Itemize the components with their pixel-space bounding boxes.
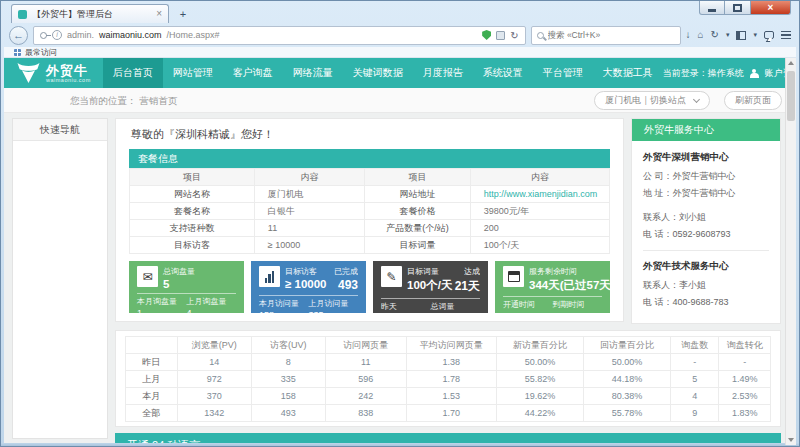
most-visited-icon	[14, 49, 21, 56]
service-branch-heading: 外贸牛深圳营销中心	[643, 151, 769, 164]
maximize-button[interactable]	[725, 1, 751, 15]
traffic-stats-table: 浏览量(PV) 访客(UV) 访问网页量 平均访问网页量 新访量百分比 回访量百…	[125, 336, 771, 422]
logo: 外贸牛 waimaoniu.com	[4, 58, 91, 88]
edit-icon: ✎	[381, 266, 402, 287]
extension-icon[interactable]	[496, 31, 505, 40]
url-domain: waimaoniu.com	[99, 30, 162, 40]
tech-service-heading: 外贸牛技术服务中心	[643, 260, 769, 273]
website-link[interactable]: http://www.xiamenjidian.com	[484, 189, 598, 199]
table-row: 全部 1342 493 838 1.70 44.22% 55.78% 9 1.8…	[126, 405, 771, 422]
table-row: 本月 370 158 242 1.53 19.62% 80.38% 4 2.53…	[126, 388, 771, 405]
card-target-visitors: 目标访客 ≥ 10000 已完成 493	[251, 261, 366, 313]
user-icon	[750, 69, 759, 78]
adblock-shield-icon[interactable]	[482, 30, 491, 40]
nav-item-system-settings[interactable]: 系统设置	[473, 58, 533, 88]
nav-item-home[interactable]: 后台首页	[103, 58, 163, 88]
service-phone: 电 话：0592-9608793	[643, 228, 769, 241]
hamburger-menu-icon[interactable]	[781, 31, 791, 40]
package-header-row: 项目 内容 项目 内容	[130, 169, 610, 186]
table-row: 昨日 14 8 11 1.38 50.00% 50.00% - -	[126, 354, 771, 371]
bar-chart-icon	[259, 266, 280, 287]
home-icon[interactable]: ⌂	[698, 30, 704, 40]
envelope-icon: ✉	[137, 266, 158, 287]
page-content: 快速导航 尊敬的『深圳科精诚』您好！ 套餐信息 项目 内容	[4, 113, 796, 445]
stat-cards: ✉ 总询盘量 5 本月询盘量1 上月询盘量4	[129, 261, 610, 313]
traffic-stats-panel: 浏览量(PV) 访客(UV) 访问网页量 平均访问网页量 新访量百分比 回访量百…	[115, 330, 781, 427]
tech-phone: 电 话：400-9688-783	[643, 296, 769, 309]
table-row: 套餐名称 白银牛 套餐价格 39800元/年	[130, 203, 610, 220]
scroll-down-icon[interactable]	[786, 434, 796, 445]
chat-bubble-icon[interactable]	[764, 31, 774, 39]
tech-contact: 联系人：李小姐	[643, 279, 769, 292]
nav-item-bigdata-tools[interactable]: 大数据工具	[593, 58, 663, 88]
minimize-button[interactable]	[699, 1, 725, 15]
card-service-time: 服务剩余时间 344天(已过57天) 开通时间2016-08-31 到期时间20…	[495, 261, 610, 313]
divider	[643, 250, 769, 251]
table-row: 网站名称 厦门机电 网站地址 http://www.xiamenjidian.c…	[130, 186, 610, 203]
browser-viewport: 最常访问 外贸牛 waimaoniu.com 后台首页 网站管理	[4, 47, 796, 445]
chevron-down-icon[interactable]: ▾	[726, 31, 730, 39]
refresh-page-button[interactable]: 刷新页面	[724, 91, 782, 110]
app-header: 外贸牛 waimaoniu.com 后台首页 网站管理 客户询盘 网络流量 关键…	[4, 58, 796, 88]
titlebar: 【外贸牛】管理后台 × + ×	[1, 1, 799, 23]
table-row: 目标访客 ≥ 10000 目标词量 100个/天	[130, 237, 610, 254]
toolbar-icons: ↓ ⌂ ↻ ▾ ▾	[686, 30, 791, 40]
table-row: 支持语种数 11 产品数量(个/站) 200	[130, 220, 610, 237]
url-bar[interactable]: i admin. waimaoniu.com /Home.aspx# ↻	[33, 26, 526, 45]
bookmarks-panel-icon[interactable]	[736, 31, 746, 40]
url-path: /Home.aspx#	[167, 30, 220, 40]
browser-tab[interactable]: 【外贸牛】管理后台 ×	[11, 4, 169, 23]
sync-icon[interactable]: ↻	[711, 30, 719, 40]
tab-title: 【外贸牛】管理后台	[32, 8, 151, 21]
back-button[interactable]: ←	[9, 26, 28, 45]
nav-item-customer-inquiries[interactable]: 客户询盘	[223, 58, 283, 88]
minimize-icon	[708, 9, 716, 12]
account-area: 当前登录：操作系统 账户资料 退出登录	[663, 58, 796, 88]
logo-subtitle: waimaoniu.com	[46, 77, 91, 83]
close-button[interactable]: ×	[751, 1, 791, 15]
maximize-icon	[733, 4, 742, 12]
nav-item-platform-management[interactable]: 平台管理	[533, 58, 593, 88]
key-icon	[40, 32, 47, 39]
new-tab-button[interactable]: +	[173, 6, 193, 22]
quick-nav-title: 快速导航	[13, 119, 107, 141]
main-nav: 后台首页 网站管理 客户询盘 网络流量 关键词数据 月度报告 系统设置 平台管理…	[103, 58, 663, 88]
main-panel: 尊敬的『深圳科精诚』您好！ 套餐信息 项目 内容 项目 内容	[115, 118, 624, 322]
welcome-message: 尊敬的『深圳科精诚』您好！	[131, 127, 610, 142]
page-scrollbar[interactable]	[785, 58, 796, 445]
reload-icon[interactable]: ↻	[510, 30, 518, 41]
nav-item-site-management[interactable]: 网站管理	[163, 58, 223, 88]
browser-toolbar: ← i admin. waimaoniu.com /Home.aspx# ↻ ↓…	[1, 23, 799, 47]
breadcrumb: 您当前的位置： 营销首页	[70, 95, 177, 106]
card-total-inquiries: ✉ 总询盘量 5 本月询盘量1 上月询盘量4	[129, 261, 244, 313]
card-target-keywords: ✎ 目标词量 100个/天 达成 21天	[373, 261, 488, 313]
tab-close-icon[interactable]: ×	[156, 9, 162, 19]
nav-item-keyword-data[interactable]: 关键词数据	[343, 58, 413, 88]
nav-item-monthly-report[interactable]: 月度报告	[413, 58, 473, 88]
chevron-down-icon[interactable]: ▾	[753, 31, 757, 39]
window-frame-bottom	[1, 443, 799, 446]
stats-header-row: 浏览量(PV) 访客(UV) 访问网页量 平均访问网页量 新访量百分比 回访量百…	[126, 337, 771, 354]
search-icon	[537, 32, 544, 39]
scrollbar-thumb[interactable]	[787, 71, 795, 121]
search-input[interactable]	[548, 30, 675, 40]
package-info-title: 套餐信息	[129, 149, 610, 168]
most-visited-label[interactable]: 最常访问	[25, 47, 57, 58]
chevron-down-icon	[693, 95, 700, 102]
service-center-panel: 外贸牛服务中心 外贸牛深圳营销中心 公 司：外贸牛营销中心 地 址：外贸牛营销中…	[631, 118, 781, 324]
service-center-title: 外贸牛服务中心	[632, 119, 780, 141]
scroll-up-icon[interactable]	[786, 58, 796, 69]
calendar-icon	[503, 266, 524, 287]
nav-item-web-traffic[interactable]: 网络流量	[283, 58, 343, 88]
service-company: 公 司：外贸牛营销中心	[643, 170, 769, 183]
table-row: 上月 972 335 596 1.78 55.82% 44.18% 5 1.49…	[126, 371, 771, 388]
breadcrumb-row: 您当前的位置： 营销首页 厦门机电｜切换站点 刷新页面	[4, 88, 796, 113]
search-bar[interactable]	[531, 26, 681, 45]
site-switch-button[interactable]: 厦门机电｜切换站点	[594, 91, 710, 110]
quick-nav-sidebar: 快速导航	[12, 118, 108, 439]
window-controls: ×	[699, 1, 791, 15]
info-icon[interactable]: i	[52, 30, 62, 40]
browser-window: 【外贸牛】管理后台 × + × ← i admin. waimaoniu.com…	[0, 0, 800, 447]
download-icon[interactable]: ↓	[686, 30, 691, 40]
service-address: 地 址：外贸牛营销中心	[643, 187, 769, 200]
